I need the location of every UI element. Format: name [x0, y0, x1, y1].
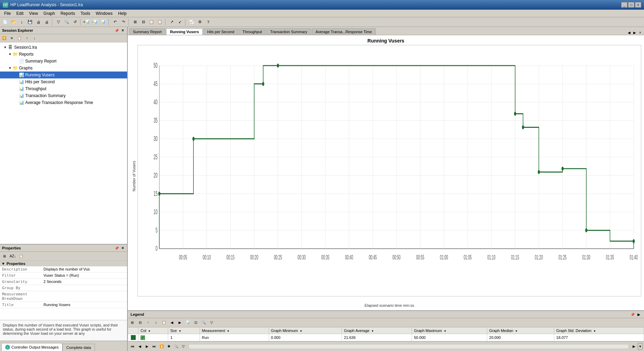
toolbar-refresh[interactable]: ↺ — [71, 18, 79, 26]
tab-hits-per-second[interactable]: Hits per Second — [203, 28, 238, 35]
legend-tb-10[interactable]: 🔍 — [200, 319, 208, 326]
props-help-btn[interactable]: 📋 — [17, 253, 25, 260]
toolbar-filter[interactable]: ▽ — [55, 18, 62, 26]
toolbar-help2[interactable]: ? — [204, 18, 212, 26]
toolbar-btn4[interactable]: 📋 — [156, 18, 164, 26]
legend-tb-4[interactable]: ↕ — [152, 319, 160, 326]
col-header-sce[interactable]: Sce ▼ — [168, 328, 200, 334]
toolbar-open[interactable]: 📂 — [10, 18, 17, 26]
legend-pin-button[interactable]: 📌 — [629, 313, 636, 316]
bottom-tab-complete[interactable]: Complete data — [63, 344, 95, 351]
reports-expand-icon[interactable]: ▼ — [8, 52, 12, 57]
legend-tb-1[interactable]: ⊞ — [128, 319, 136, 326]
menu-file[interactable]: File — [1, 10, 13, 17]
legend-tb-9[interactable]: ⊡ — [192, 319, 200, 326]
col-header-graph-avg[interactable]: Graph Average ▼ — [342, 328, 412, 334]
nav-zoom-button[interactable]: 🔍 — [173, 343, 180, 350]
se-btn1[interactable]: 🔽 — [1, 35, 8, 42]
tab-nav-next[interactable]: ▶ — [632, 30, 637, 35]
toolbar-save[interactable]: 💾 — [26, 18, 34, 26]
col-header-graph-max[interactable]: Graph Maximum ▼ — [412, 328, 487, 334]
toolbar-undo[interactable]: ↶ — [111, 18, 119, 26]
window-controls[interactable]: _ □ × — [621, 2, 641, 8]
toolbar-sort[interactable]: ↕ — [18, 18, 26, 26]
pin-button[interactable]: 📌 — [114, 29, 120, 32]
col-header-graph-med[interactable]: Graph Median ▼ — [487, 328, 554, 334]
toolbar-export[interactable]: ↗ — [168, 18, 175, 26]
legend-checkbox[interactable]: ✓ — [141, 335, 145, 340]
nav-up-button[interactable]: ⏫ — [158, 343, 165, 350]
legend-tb-6[interactable]: ◀ — [168, 319, 176, 326]
toolbar-import[interactable]: ↙ — [176, 18, 184, 26]
toolbar-add-graph[interactable]: +📊 — [83, 18, 90, 26]
nav-scrollbar[interactable] — [189, 344, 629, 349]
menu-windows[interactable]: Windows — [93, 10, 115, 17]
graphs-expand-icon[interactable]: ▼ — [8, 66, 12, 70]
chart-grid[interactable]: 0 5 10 15 20 25 30 35 40 45 50 — [137, 45, 641, 296]
nav-last-button[interactable]: ⏭ — [151, 343, 158, 350]
tab-transaction-summary[interactable]: Transaction Summary — [267, 28, 311, 35]
props-category-btn[interactable]: ⊞ — [1, 253, 8, 260]
se-btn2[interactable]: ✕ — [8, 35, 15, 42]
legend-checkbox-cell[interactable]: ✓ — [138, 334, 168, 341]
se-btn4[interactable]: ↑ — [23, 35, 30, 42]
nav-scroll-thumb[interactable]: ▼ — [638, 343, 643, 350]
tree-transaction-summary[interactable]: 📊 Transaction Summary — [0, 92, 127, 99]
toolbar-btn1[interactable]: ⊞ — [131, 18, 139, 26]
tab-close-btn[interactable]: × — [638, 30, 643, 35]
se-btn3[interactable]: 📋 — [16, 35, 23, 42]
props-close-button[interactable]: × — [121, 246, 125, 250]
tree-hits-per-second[interactable]: 📊 Hits per Second — [0, 78, 127, 85]
legend-tb-7[interactable]: ▶ — [176, 319, 184, 326]
se-btn5[interactable]: ↓ — [31, 35, 38, 42]
nav-first-button[interactable]: ⏮ — [129, 343, 136, 350]
toolbar-redo[interactable]: ↷ — [119, 18, 127, 26]
menu-edit[interactable]: Edit — [13, 10, 26, 17]
tab-running-vusers[interactable]: Running Vusers — [166, 28, 203, 35]
col-header-measurement[interactable]: Measurement ▼ — [200, 328, 269, 334]
nav-filter-button[interactable]: ▽ — [180, 343, 187, 350]
tab-avg-response[interactable]: Average Transa...Response Time — [312, 28, 376, 35]
root-expand-icon[interactable]: ▼ — [3, 45, 8, 50]
menu-view[interactable]: View — [26, 10, 41, 17]
props-sort-btn[interactable]: AZ↓ — [9, 253, 17, 260]
toolbar-graph-options[interactable]: 📊 — [99, 18, 107, 26]
tree-running-vusers[interactable]: 📊 Running Vusers — [0, 72, 127, 78]
toolbar-filter2[interactable]: 🔍 — [63, 18, 70, 26]
nav-prev-button[interactable]: ◀ — [136, 343, 143, 350]
maximize-button[interactable]: □ — [628, 2, 634, 8]
bottom-tab-controller[interactable]: i Controller Output Messages — [1, 343, 63, 351]
tree-root[interactable]: ▼ 🗄 Session1.lra — [0, 44, 127, 51]
legend-nav-right[interactable]: ▶ — [636, 312, 641, 317]
col-header-graph-std[interactable]: Graph Std. Deviation ▼ — [554, 328, 644, 334]
toolbar-new[interactable]: 📄 — [1, 18, 9, 26]
col-header-graph-min[interactable]: Graph Minimum ▼ — [269, 328, 342, 334]
nav-star-button[interactable]: ✱ — [165, 343, 172, 350]
nav-scroll-right[interactable]: ▶ — [631, 343, 637, 350]
minimize-button[interactable]: _ — [621, 2, 627, 8]
menu-tools[interactable]: Tools — [78, 10, 93, 17]
tree-avg-response[interactable]: 📊 Average Transaction Response Time — [0, 99, 127, 106]
tab-throughput[interactable]: Throughput — [239, 28, 266, 35]
toolbar-btn3[interactable]: 📋 — [148, 18, 155, 26]
close-explorer-button[interactable]: × — [121, 28, 125, 33]
close-button[interactable]: × — [635, 2, 641, 8]
menu-help[interactable]: Help — [115, 10, 129, 17]
toolbar-analyze[interactable]: 📈 — [188, 18, 195, 26]
legend-tb-2[interactable]: ⊟ — [136, 319, 144, 326]
toolbar-btn2[interactable]: ⊟ — [140, 18, 147, 26]
legend-tb-8[interactable]: 📊 — [184, 319, 192, 326]
legend-tb-3[interactable]: ↑ — [144, 319, 152, 326]
toolbar-settings[interactable]: ⚙ — [196, 18, 204, 26]
toolbar-remove-graph[interactable]: -📊 — [91, 18, 99, 26]
tab-summary-report[interactable]: Summary Report — [129, 28, 165, 35]
tree-graphs[interactable]: ▼ 📁 Graphs — [0, 65, 127, 72]
col-header-col[interactable]: Col ▼ — [138, 328, 168, 334]
legend-tb-5[interactable]: 📋 — [160, 319, 168, 326]
toolbar-print-preview[interactable]: 🖨 — [35, 18, 42, 26]
tree-reports[interactable]: ▼ 📁 Reports — [0, 51, 127, 58]
menu-reports[interactable]: Reports — [58, 10, 78, 17]
tree-summary-report[interactable]: 📄 Summary Report — [0, 58, 127, 65]
tree-throughput[interactable]: 📊 Throughput — [0, 85, 127, 92]
toolbar-print[interactable]: 🖨 — [43, 18, 50, 26]
